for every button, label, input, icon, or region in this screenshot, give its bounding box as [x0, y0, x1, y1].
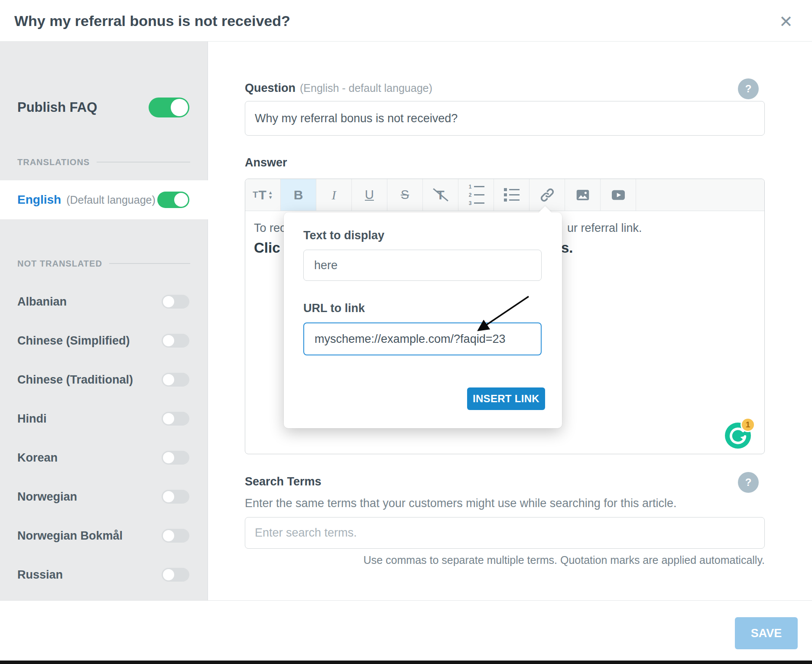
- insert-link-submit-button[interactable]: INSERT LINK: [467, 387, 545, 410]
- question-input[interactable]: [245, 101, 765, 136]
- answer-label: Answer: [245, 156, 287, 169]
- answer-bold-text-fragment: s.: [561, 240, 573, 256]
- sidebar-item-norwegian-bokmal[interactable]: Norwegian Bokmål: [0, 516, 208, 555]
- language-toggle[interactable]: [162, 490, 189, 504]
- url-to-link-label: URL to link: [303, 302, 365, 315]
- text-size-button[interactable]: T T ▲ ▼: [245, 179, 281, 211]
- language-label: Norwegian: [17, 490, 77, 504]
- bold-icon: B: [294, 188, 303, 202]
- language-toggle[interactable]: [162, 568, 189, 582]
- image-icon: [575, 187, 591, 203]
- clear-formatting-button[interactable]: T: [423, 179, 458, 211]
- language-toggle[interactable]: [162, 529, 189, 543]
- strikethrough-button[interactable]: S: [387, 179, 423, 211]
- search-terms-description: Enter the same terms that your customers…: [245, 497, 676, 510]
- translations-header-label: TRANSLATIONS: [17, 157, 90, 167]
- grammarly-alert-badge: 1: [741, 417, 755, 432]
- modal-header: Why my referral bonus is not received? ✕: [0, 0, 812, 42]
- text-size-icon: T: [253, 190, 258, 200]
- page-title: Why my referral bonus is not received?: [14, 0, 290, 42]
- toggle-knob: [163, 530, 174, 541]
- save-button[interactable]: SAVE: [735, 617, 798, 649]
- editor-toolbar: T T ▲ ▼ B I U S T: [245, 179, 764, 211]
- question-label: Question: [245, 81, 296, 95]
- text-size-icon-large: T: [259, 188, 266, 202]
- publish-faq-label: Publish FAQ: [17, 88, 97, 127]
- not-translated-header-label: NOT TRANSLATED: [17, 259, 102, 269]
- video-icon: [611, 187, 626, 203]
- clear-formatting-icon: T: [433, 187, 448, 203]
- sidebar-item-english[interactable]: English (Default language): [0, 180, 208, 219]
- grammarly-icon[interactable]: 1: [725, 423, 751, 449]
- text-to-display-label: Text to display: [303, 229, 384, 242]
- answer-text-fragment: To rec: [254, 221, 286, 235]
- modal-footer: SAVE: [0, 600, 812, 661]
- not-translated-section-header: NOT TRANSLATED: [17, 256, 190, 271]
- question-help-icon[interactable]: ?: [738, 78, 759, 99]
- sidebar-item-russian[interactable]: Russian: [0, 555, 208, 594]
- answer-label-row: Answer: [245, 156, 287, 169]
- sidebar-item-korean[interactable]: Korean: [0, 438, 208, 477]
- language-label: Korean: [17, 451, 58, 465]
- sidebar: Publish FAQ TRANSLATIONS English (Defaul…: [0, 42, 208, 600]
- unordered-list-button[interactable]: [494, 179, 529, 211]
- italic-button[interactable]: I: [316, 179, 352, 211]
- translations-section-header: TRANSLATIONS: [17, 154, 190, 170]
- search-terms-help-icon[interactable]: ?: [738, 472, 759, 493]
- insert-video-button[interactable]: [601, 179, 636, 211]
- publish-faq-row: Publish FAQ: [0, 88, 208, 127]
- insert-image-button[interactable]: [565, 179, 601, 211]
- answer-bold-text-fragment: Clic: [254, 240, 280, 256]
- bold-button[interactable]: B: [281, 179, 316, 211]
- search-terms-label: Search Terms: [245, 475, 322, 488]
- toggle-knob: [163, 296, 174, 307]
- language-toggle[interactable]: [162, 295, 189, 309]
- language-toggle[interactable]: [162, 412, 189, 426]
- faq-editor-modal: Why my referral bonus is not received? ✕…: [0, 0, 812, 664]
- language-toggle[interactable]: [162, 373, 189, 387]
- search-terms-label-row: Search Terms: [245, 475, 322, 488]
- toggle-knob: [163, 491, 174, 502]
- url-to-link-input[interactable]: [303, 322, 542, 355]
- toggle-knob: [171, 99, 188, 116]
- section-divider: [109, 263, 190, 264]
- ordered-list-icon: [468, 184, 484, 206]
- language-label: Russian: [17, 568, 63, 582]
- toggle-knob: [163, 413, 174, 424]
- language-label: Albanian: [17, 295, 67, 309]
- section-divider: [97, 162, 190, 163]
- toggle-knob: [174, 193, 188, 207]
- bottom-edge-strip: [0, 661, 812, 664]
- ordered-list-button[interactable]: [458, 179, 494, 211]
- english-default-note: (Default language): [66, 194, 156, 206]
- sidebar-item-chinese-simplified[interactable]: Chinese (Simplified): [0, 321, 208, 360]
- language-toggle[interactable]: [162, 451, 189, 465]
- underline-icon: U: [365, 188, 374, 202]
- close-icon[interactable]: ✕: [774, 10, 798, 34]
- search-terms-input[interactable]: [245, 517, 765, 549]
- toggle-knob: [163, 374, 174, 385]
- toggle-knob: [163, 452, 174, 463]
- sidebar-item-norwegian[interactable]: Norwegian: [0, 477, 208, 516]
- publish-faq-toggle[interactable]: [149, 98, 189, 117]
- search-terms-helper-text: Use commas to separate multiple terms. Q…: [245, 554, 765, 566]
- size-arrows-icon: ▲ ▼: [268, 190, 273, 200]
- insert-link-button[interactable]: [529, 179, 565, 211]
- not-translated-language-list: Albanian Chinese (Simplified) Chinese (T…: [0, 282, 208, 594]
- toggle-knob: [163, 335, 174, 346]
- italic-icon: I: [332, 188, 336, 202]
- link-icon: [540, 188, 555, 202]
- english-toggle[interactable]: [157, 192, 189, 208]
- sidebar-item-hindi[interactable]: Hindi: [0, 399, 208, 438]
- answer-text-fragment: ur referral link.: [567, 221, 642, 235]
- underline-button[interactable]: U: [352, 179, 387, 211]
- question-language-note: (English - default language): [300, 82, 432, 94]
- text-to-display-input[interactable]: [303, 250, 542, 281]
- language-toggle[interactable]: [162, 334, 189, 348]
- unordered-list-icon: [504, 188, 520, 202]
- sidebar-item-chinese-traditional[interactable]: Chinese (Traditional): [0, 360, 208, 399]
- language-label: Chinese (Simplified): [17, 334, 130, 348]
- insert-link-popover: Text to display URL to link INSERT LINK: [284, 212, 562, 428]
- sidebar-item-albanian[interactable]: Albanian: [0, 282, 208, 321]
- strikethrough-icon: S: [401, 188, 409, 202]
